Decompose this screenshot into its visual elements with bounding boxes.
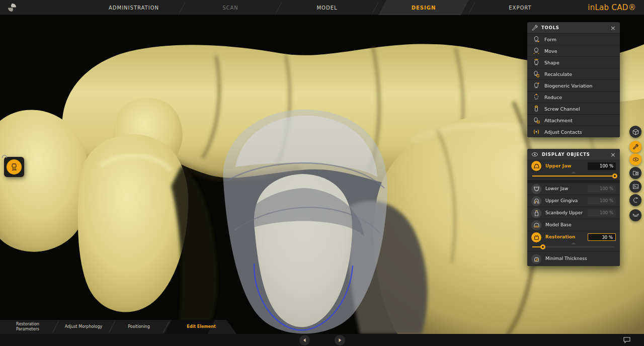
tool-label: Attachment (544, 118, 573, 123)
step-label: Restoration Parameters (6, 322, 49, 331)
display-object-label: Restoration (545, 234, 584, 239)
previous-step-button[interactable] (299, 335, 310, 345)
jaw-arch-icon (1, 152, 8, 158)
upper-gingiva-icon (531, 196, 541, 206)
display-object-label: Scanbody Upper (545, 210, 584, 215)
model-base-icon (531, 220, 541, 230)
tool-label: Recalculate (544, 71, 572, 77)
restoration-opacity-value[interactable]: 30 % (588, 233, 616, 241)
dentsply-sirona-logo-icon (7, 3, 17, 13)
tooth-reduce-icon (532, 94, 540, 101)
slider-caret-icon (571, 171, 576, 174)
display-object-row-minimal-thickness[interactable]: Minimal Thickness (527, 251, 620, 266)
case-details-button[interactable] (629, 167, 641, 179)
tooth-biogeneric-variation-icon (532, 82, 540, 90)
wrench-icon (632, 144, 638, 150)
tool-item-biogeneric-variation[interactable]: Biogeneric Variation (527, 79, 620, 91)
feedback-chat-button[interactable] (623, 336, 631, 345)
arrow-left-icon (302, 338, 307, 342)
tool-item-shape[interactable]: Shape (527, 56, 620, 68)
tooth-move-icon (532, 47, 540, 55)
tool-item-recalculate[interactable]: Recalculate (527, 68, 620, 79)
step-label: Adjust Morphology (65, 324, 103, 329)
tool-label: Biogeneric Variation (544, 83, 593, 89)
folder-icon (632, 170, 639, 176)
display-object-label: Upper Gingiva (545, 198, 584, 203)
scanbody-upper-opacity-value[interactable]: 100 % (588, 209, 616, 217)
display-object-row-model-base[interactable]: Model Base (527, 219, 620, 231)
tool-item-form[interactable]: Form (527, 33, 620, 45)
display-object-label: Minimal Thickness (545, 256, 616, 261)
slider-knob[interactable] (612, 174, 617, 179)
eye-icon (632, 157, 639, 162)
slider-knob[interactable] (540, 244, 545, 249)
phase-tab-export[interactable]: EXPORT (472, 0, 569, 15)
display-object-row-scanbody-upper[interactable]: Scanbody Upper 100 % (527, 207, 620, 219)
step-edit-element[interactable]: Edit Element (166, 320, 236, 334)
export-view-button[interactable] (629, 194, 641, 206)
adjust-contacts-icon (532, 128, 540, 136)
tool-item-reduce[interactable]: Reduce (527, 91, 620, 103)
share-arrow-icon (632, 197, 639, 203)
tool-label: Reduce (544, 95, 562, 100)
tools-panel-title: TOOLS (541, 25, 607, 30)
close-icon[interactable]: × (610, 151, 616, 158)
restoration-tooth-tab[interactable]: 26 (4, 157, 24, 177)
view-cube-button[interactable] (629, 126, 641, 138)
display-object-row-upper-gingiva[interactable]: Upper Gingiva 100 % (527, 195, 620, 207)
upper-jaw-opacity-value[interactable]: 100 % (588, 162, 616, 170)
display-object-label: Model Base (545, 222, 616, 227)
phase-tab-label: ADMINISTRATION (109, 5, 159, 11)
close-icon[interactable]: × (610, 25, 616, 31)
display-object-row-lower-jaw[interactable]: Lower Jaw 100 % (527, 183, 620, 195)
inlab-cad-window: ADMINISTRATION SCAN MODEL DESIGN EXPORT … (0, 0, 644, 346)
phase-tab-design[interactable]: DESIGN (375, 0, 472, 15)
slider-track[interactable] (532, 176, 615, 177)
lower-jaw-icon (531, 184, 541, 194)
screenshot-button[interactable] (629, 181, 641, 193)
tool-label: Shape (544, 60, 559, 65)
lower-jaw-opacity-value[interactable]: 100 % (588, 185, 616, 193)
display-object-row-restoration[interactable]: Restoration 30 % (527, 231, 620, 243)
restoration-opacity-slider[interactable] (527, 243, 620, 251)
step-positioning[interactable]: Positioning (112, 320, 166, 334)
tool-label: Adjust Contacts (544, 129, 582, 135)
tooth-recalculate-icon (532, 70, 540, 78)
tool-item-adjust-contacts[interactable]: Adjust Contacts (527, 126, 620, 137)
display-objects-toggle-button[interactable] (629, 153, 641, 165)
slider-track[interactable] (532, 246, 615, 247)
display-object-label: Upper Jaw (545, 163, 584, 168)
attachment-icon (532, 117, 540, 124)
phase-tab-label: SCAN (222, 5, 238, 11)
phase-tabs: ADMINISTRATION SCAN MODEL DESIGN EXPORT (86, 0, 569, 15)
minimal-thickness-icon (531, 254, 541, 264)
tools-panel: TOOLS × Form Move Shape Recalculate Biog… (527, 22, 620, 137)
phase-tab-administration[interactable]: ADMINISTRATION (86, 0, 182, 15)
tool-item-attachment[interactable]: Attachment (527, 114, 620, 126)
step-adjust-morphology[interactable]: Adjust Morphology (55, 320, 112, 334)
view-cube-icon (632, 129, 639, 135)
step-restoration-parameters[interactable]: Restoration Parameters (0, 320, 55, 334)
step-label: Positioning (128, 324, 150, 329)
phase-tab-model[interactable]: MODEL (279, 0, 375, 15)
tool-item-screw-channel[interactable]: Screw Channel (527, 103, 620, 114)
upper-jaw-opacity-slider[interactable] (527, 172, 620, 180)
display-object-row-upper-jaw[interactable]: Upper Jaw 100 % (527, 160, 620, 172)
scanbody-upper-icon (531, 208, 541, 218)
next-step-button[interactable] (335, 335, 345, 345)
tool-label: Move (544, 48, 557, 54)
smile-design-button[interactable] (629, 209, 641, 221)
arrow-right-icon (338, 338, 342, 342)
phase-tab-scan[interactable]: SCAN (182, 0, 279, 15)
image-icon (632, 184, 639, 190)
slider-caret-icon (571, 242, 576, 244)
slider-fill (532, 176, 615, 177)
speech-bubble-icon (623, 336, 631, 343)
upper-gingiva-opacity-value[interactable]: 100 % (588, 197, 616, 205)
restoration-icon (531, 232, 541, 242)
tooth-number-badge[interactable]: 26 (7, 159, 22, 175)
tools-toggle-button[interactable] (629, 141, 641, 153)
tool-item-move[interactable]: Move (527, 45, 620, 56)
display-objects-title: DISPLAY OBJECTS (542, 152, 607, 157)
phase-tab-label: EXPORT (509, 5, 531, 11)
